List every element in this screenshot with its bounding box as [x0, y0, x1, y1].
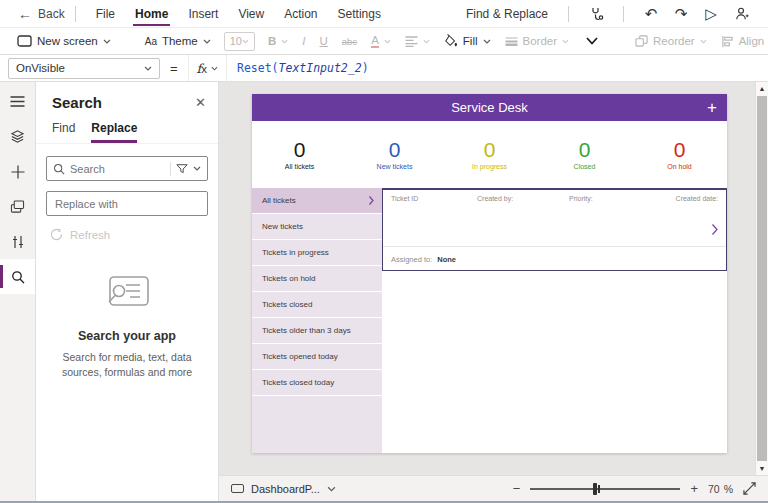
vertical-scrollbar[interactable]: ▲ ▼	[755, 82, 768, 475]
new-screen-icon	[17, 35, 32, 47]
replace-input[interactable]	[55, 198, 199, 210]
theme-icon: Aa	[145, 36, 157, 47]
stat-on-hold[interactable]: 0 On hold	[632, 139, 727, 170]
italic-button[interactable]: I	[295, 28, 312, 54]
tab-find[interactable]: Find	[52, 121, 75, 143]
preview-play-icon[interactable]: ▷	[698, 2, 724, 26]
insert-plus-icon[interactable]	[0, 154, 35, 189]
scrollbar-thumb[interactable]	[757, 96, 767, 461]
stat-in-progress[interactable]: 0 In progress	[442, 139, 537, 170]
zoom-slider-handle[interactable]	[593, 483, 597, 495]
empty-state-description: Search for media, text, data sources, fo…	[51, 350, 203, 380]
zoom-in-icon[interactable]: +	[690, 481, 698, 496]
refresh-button[interactable]: Refresh	[50, 228, 218, 241]
find-replace-label[interactable]: Find & Replace	[466, 7, 548, 21]
expand-formatting-chevron[interactable]	[576, 28, 608, 54]
formatting-toolbar: New screen Aa Theme 10 B I U abc A	[0, 28, 768, 55]
search-empty-state: Search your app Search for media, text, …	[36, 275, 218, 380]
canvas-header-bar[interactable]: Service Desk +	[252, 94, 727, 121]
formula-input[interactable]: Reset(TextInput2_2)	[237, 61, 369, 75]
ticket-stats-row: 0 All tickets 0 New tickets 0 In progres…	[252, 121, 727, 188]
tickets-gallery[interactable]: Ticket ID Created by: Priority: Created …	[382, 188, 727, 271]
stat-all-tickets[interactable]: 0 All tickets	[252, 139, 347, 170]
align-objects-icon	[721, 35, 734, 48]
menu-action[interactable]: Action	[274, 0, 327, 28]
menu-insert[interactable]: Insert	[178, 0, 228, 28]
tree-view-menu-icon[interactable]	[0, 84, 35, 119]
chevron-down-icon	[327, 486, 336, 492]
text-align-button[interactable]	[398, 28, 437, 54]
powerapps-studio-window: ← Back File Home Insert View Action Sett…	[0, 0, 768, 503]
new-screen-button[interactable]: New screen	[10, 28, 118, 54]
menu-tickets-closed-today[interactable]: Tickets closed today	[252, 370, 382, 395]
panel-tabs: Find Replace	[36, 117, 218, 144]
search-rail-icon[interactable]	[0, 259, 35, 294]
undo-icon[interactable]: ↶	[638, 2, 664, 26]
gallery-chevron-right-icon[interactable]	[712, 224, 718, 235]
border-button[interactable]: Border	[498, 28, 577, 54]
media-icon[interactable]	[0, 189, 35, 224]
menu-tickets-in-progress[interactable]: Tickets in progress	[252, 240, 382, 265]
menu-tickets-closed[interactable]: Tickets closed	[252, 292, 382, 317]
bold-button[interactable]: B	[261, 28, 295, 54]
fill-button[interactable]: Fill	[437, 28, 498, 54]
stat-closed[interactable]: 0 Closed	[537, 139, 632, 170]
header-created-date: Created date:	[676, 195, 718, 202]
reorder-button[interactable]: Reorder	[628, 28, 714, 54]
font-size-select[interactable]: 10	[224, 32, 255, 51]
app-checker-icon[interactable]	[583, 2, 609, 26]
panel-title: Search	[52, 94, 102, 111]
chevron-right-icon	[369, 196, 374, 205]
underline-button[interactable]: U	[313, 28, 335, 54]
close-panel-icon[interactable]: ✕	[195, 95, 206, 110]
theme-button[interactable]: Aa Theme	[138, 28, 218, 54]
formula-bar: OnVisible = fx Reset(TextInput2_2)	[0, 55, 768, 82]
filter-chevron-icon[interactable]	[193, 166, 201, 171]
top-menu-bar: ← Back File Home Insert View Action Sett…	[0, 0, 768, 28]
replace-input-group	[46, 191, 208, 216]
fit-to-window-icon[interactable]	[743, 482, 756, 495]
scroll-up-icon[interactable]: ▲	[756, 82, 768, 95]
menu-file[interactable]: File	[86, 0, 125, 28]
zoom-out-icon[interactable]: −	[513, 481, 521, 496]
variables-icon[interactable]	[0, 224, 35, 259]
redo-icon[interactable]: ↷	[668, 2, 694, 26]
menu-tickets-opened-today[interactable]: Tickets opened today	[252, 344, 382, 369]
divider	[568, 6, 569, 22]
scroll-down-icon[interactable]: ▼	[756, 462, 768, 475]
back-button[interactable]: ← Back	[18, 6, 65, 22]
filter-icon[interactable]	[176, 163, 188, 175]
header-ticket-id: Ticket ID	[391, 195, 477, 202]
align-button[interactable]: Align	[714, 28, 768, 54]
gallery-area: Ticket ID Created by: Priority: Created …	[382, 188, 727, 453]
screen-icon	[231, 484, 244, 493]
menu-view[interactable]: View	[228, 0, 274, 28]
menu-tickets-older-3-days[interactable]: Tickets older than 3 days	[252, 318, 382, 343]
share-person-icon[interactable]	[728, 2, 754, 26]
zoom-slider[interactable]	[530, 488, 680, 490]
menu-home[interactable]: Home	[125, 0, 178, 28]
search-input-group	[46, 156, 208, 181]
data-sources-icon[interactable]	[0, 119, 35, 154]
strikethrough-button[interactable]: abc	[335, 28, 364, 54]
screen-selector[interactable]: DashboardP...	[231, 483, 336, 495]
search-input[interactable]	[70, 163, 165, 175]
app-canvas[interactable]: Service Desk + 0 All tickets 0 New ticke…	[252, 94, 727, 453]
search-panel: Search ✕ Find Replace	[36, 82, 219, 501]
font-color-button[interactable]: A	[364, 28, 398, 54]
stat-new-tickets[interactable]: 0 New tickets	[347, 139, 442, 170]
reorder-icon	[635, 35, 648, 48]
add-ticket-icon[interactable]: +	[707, 94, 717, 121]
property-selector[interactable]: OnVisible	[8, 58, 160, 79]
canvas-title[interactable]: Service Desk	[451, 100, 528, 115]
menu-settings[interactable]: Settings	[328, 0, 391, 28]
tab-replace[interactable]: Replace	[91, 121, 137, 143]
menu-new-tickets[interactable]: New tickets	[252, 214, 382, 239]
menu-all-tickets[interactable]: All tickets	[252, 188, 382, 213]
left-rail	[0, 82, 36, 501]
menu-tickets-on-hold[interactable]: Tickets on hold	[252, 266, 382, 291]
fx-button[interactable]: fx	[188, 55, 227, 81]
main-area: Search ✕ Find Replace	[0, 82, 768, 501]
assigned-to-row[interactable]: Assigned to:None	[391, 255, 456, 264]
search-icon	[53, 163, 65, 175]
